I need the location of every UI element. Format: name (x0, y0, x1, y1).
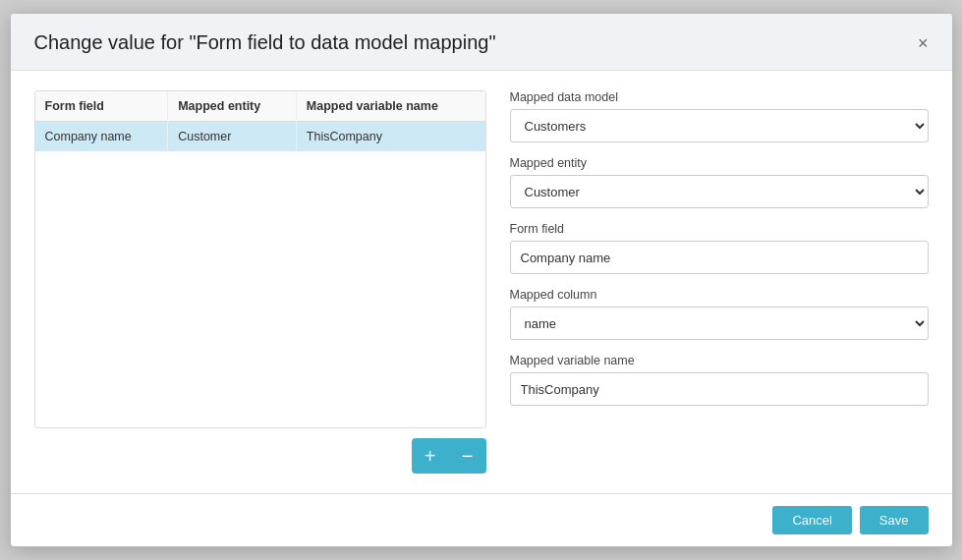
close-button[interactable]: × (918, 34, 929, 52)
table-cell-mapped-entity: Customer (168, 122, 297, 152)
mapped-variable-name-input[interactable] (510, 372, 929, 406)
remove-row-button[interactable]: − (449, 438, 486, 474)
col-header-mapped-entity: Mapped entity (168, 91, 297, 122)
table-row[interactable]: Company nameCustomerThisCompany (35, 122, 485, 152)
table-header-row: Form field Mapped entity Mapped variable… (35, 91, 485, 122)
table-cell-mapped-variable-name: ThisCompany (296, 122, 484, 152)
mapped-variable-name-label: Mapped variable name (510, 354, 929, 367)
dialog: Change value for "Form field to data mod… (10, 13, 953, 547)
dialog-footer: Cancel Save (11, 493, 952, 546)
mapped-entity-group: Mapped entity Customer (510, 156, 929, 208)
mapping-table: Form field Mapped entity Mapped variable… (35, 91, 485, 151)
form-field-group: Form field (510, 222, 929, 274)
mapped-data-model-label: Mapped data model (510, 90, 929, 104)
left-panel: Form field Mapped entity Mapped variable… (34, 90, 486, 474)
table-cell-form-field: Company name (35, 122, 168, 152)
mapped-data-model-select[interactable]: Customers (510, 109, 929, 142)
save-button[interactable]: Save (860, 506, 929, 534)
mapped-entity-select[interactable]: Customer (510, 175, 929, 208)
mapped-column-select[interactable]: name (510, 307, 929, 340)
mapping-table-container: Form field Mapped entity Mapped variable… (34, 90, 486, 428)
add-row-button[interactable]: + (412, 438, 449, 474)
col-header-form-field: Form field (35, 91, 168, 122)
dialog-title: Change value for "Form field to data mod… (34, 31, 496, 54)
mapped-variable-name-group: Mapped variable name (510, 354, 929, 406)
dialog-header: Change value for "Form field to data mod… (11, 14, 952, 71)
dialog-body: Form field Mapped entity Mapped variable… (11, 71, 952, 493)
table-actions: + − (34, 438, 486, 474)
mapped-column-group: Mapped column name (510, 288, 929, 340)
mapped-column-label: Mapped column (510, 288, 929, 302)
form-field-input[interactable] (510, 241, 929, 274)
right-panel: Mapped data model Customers Mapped entit… (510, 90, 929, 474)
col-header-mapped-variable-name: Mapped variable name (296, 91, 484, 122)
form-field-label: Form field (510, 222, 929, 236)
mapped-entity-label: Mapped entity (510, 156, 929, 170)
cancel-button[interactable]: Cancel (772, 506, 851, 534)
mapped-data-model-group: Mapped data model Customers (510, 90, 929, 142)
